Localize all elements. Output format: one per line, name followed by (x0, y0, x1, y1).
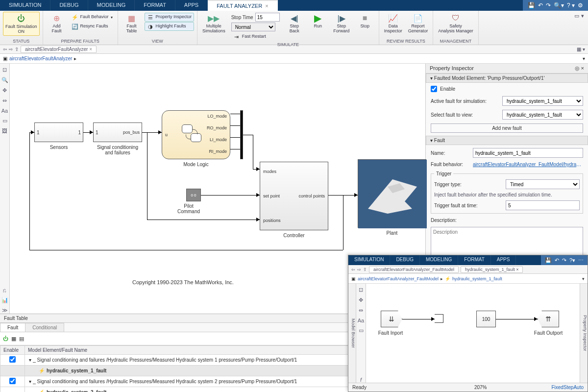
more-icon[interactable]: ≫ (2, 307, 8, 314)
ft-power-icon[interactable]: ⏻ (3, 336, 8, 342)
sub-save-icon[interactable]: 💾 (545, 257, 552, 264)
sub-crumb-dropdown-icon[interactable]: ▾ (582, 276, 585, 281)
run-button[interactable]: ▶Run (307, 12, 329, 30)
sub-property-inspector-strip[interactable]: Property Inspector (580, 284, 588, 383)
fault-model-subwindow[interactable]: SIMULATION DEBUG MODELING FORMAT APPS 💾↶… (348, 255, 588, 392)
ft-collapse-icon[interactable]: ▤ (19, 336, 24, 342)
sub-help-icon[interactable]: ?▾ (569, 257, 575, 264)
sub-zoom-icon[interactable]: ⊡ (359, 287, 363, 293)
image-icon[interactable]: 🖼 (2, 128, 7, 134)
signal-icon[interactable]: ⎌ (3, 287, 6, 293)
sub-fit-icon[interactable]: ⇔ (359, 307, 363, 314)
inspector-section-fault[interactable]: ▾ Fault (426, 136, 588, 145)
editor-tab[interactable]: aircraftElevatorFaultAnalyzer × (21, 46, 97, 53)
step-forward-button[interactable]: |▶Step Forward (331, 12, 352, 35)
select-fault-select[interactable]: hydraulic_system_1_fault (502, 110, 583, 120)
annotate-icon[interactable]: Aa (1, 108, 8, 114)
block-fault-inport[interactable]: ⇊ (381, 311, 402, 327)
description-textarea[interactable] (431, 227, 583, 256)
block-plant[interactable] (358, 159, 426, 228)
sub-tab-fault[interactable]: hydraulic_system_1_fault × (461, 266, 523, 273)
search-icon[interactable]: 🔍▾ (554, 2, 564, 9)
save-icon[interactable]: 💾 (528, 2, 535, 9)
fault-behavior-button[interactable]: ⚡Fault Behavior▾ (70, 13, 115, 22)
editor-menu-icon[interactable]: ▦ ▾ (577, 47, 585, 52)
fault-tab-fault[interactable]: Fault (0, 323, 25, 332)
block-sigcond[interactable]: 1pos_bus (93, 122, 142, 142)
add-new-fault-button[interactable]: Add new fault (431, 123, 583, 133)
resync-faults-button[interactable]: 🔄Resync Faults (70, 22, 115, 31)
sub-tab-simulation[interactable]: SIMULATION (348, 255, 390, 265)
redo-icon[interactable]: ↷ (546, 2, 551, 9)
nav-up-icon[interactable]: ⇧ (15, 47, 19, 52)
nav-back-icon[interactable]: ⇦ (3, 47, 7, 52)
block-modelogic[interactable]: u LO_mode RO_mode LI_mode RI_mode (162, 110, 230, 159)
step-back-button[interactable]: ◀|Step Back (284, 12, 305, 35)
area-icon[interactable]: ▭ (2, 118, 7, 124)
ft-expand-icon[interactable]: ▦ (11, 336, 16, 342)
gear-icon[interactable]: ⚙ (578, 2, 583, 9)
sim-mode-select[interactable]: Normal (231, 23, 275, 31)
sub-tab-debug[interactable]: DEBUG (390, 255, 420, 265)
row-enable-checkbox[interactable] (9, 378, 16, 384)
close-icon[interactable]: × (265, 3, 268, 9)
sub-pan-icon[interactable]: ✥ (359, 297, 363, 303)
sub-redo-icon[interactable]: ↷ (562, 257, 566, 264)
enable-checkbox[interactable] (431, 86, 437, 92)
sub-crumb-1[interactable]: aircraftElevatorFaultAnalyzer_FaultModel (358, 276, 439, 281)
sub-tab-format[interactable]: FORMAT (458, 255, 490, 265)
tab-debug[interactable]: DEBUG (50, 0, 88, 11)
fast-restart-button[interactable]: ⇥Fast Restart (231, 32, 280, 41)
property-inspector-button[interactable]: ☰Property Inspector (145, 13, 195, 22)
sub-canvas[interactable]: ⇊ Fault Inport 100 ⇈ Fault Outport (366, 284, 580, 383)
sub-tab-model[interactable]: aircraftElevatorFaultAnalyzer_FaultModel (369, 266, 459, 273)
sub-annotate-icon[interactable]: Aa (358, 318, 364, 323)
block-controller[interactable]: modes set point positions control points (260, 162, 328, 230)
trigger-time-input[interactable] (506, 200, 580, 210)
help-icon[interactable]: ? ▾ (567, 2, 575, 9)
sub-nav-fwd-icon[interactable]: ⇨ (357, 267, 361, 272)
sub-undo-icon[interactable]: ↶ (555, 257, 559, 264)
stop-time-input[interactable] (255, 13, 280, 22)
sub-tab-modeling[interactable]: MODELING (420, 255, 458, 265)
undo-icon[interactable]: ↶ (538, 2, 543, 9)
stop-button[interactable]: ■Stop (354, 12, 376, 30)
active-fault-select[interactable]: hydraulic_system_1_fault (502, 96, 583, 106)
block-terminator[interactable] (435, 314, 443, 323)
col-enable[interactable]: Enable (0, 346, 25, 355)
data-inspector-button[interactable]: 📈Data Inspector (382, 12, 404, 35)
inspector-section-element[interactable]: ▾ Faulted Model Element: 'Pump Pressure/… (426, 74, 588, 83)
close-icon[interactable]: × (89, 47, 92, 52)
status-zoom[interactable]: 207% (474, 385, 487, 390)
scope-icon[interactable]: 📊 (1, 297, 8, 303)
fault-behavior-link[interactable]: aircraftElevatorFaultAnalyzer_FaultModel… (473, 162, 583, 167)
fault-name-input[interactable] (473, 148, 583, 158)
sub-tab-apps[interactable]: APPS (491, 255, 516, 265)
fit-icon[interactable]: ⇔ (2, 98, 7, 104)
crumb-dropdown-icon[interactable]: ▾ (583, 56, 585, 61)
block-constant[interactable]: 100 (476, 311, 496, 327)
row-enable-checkbox[interactable] (9, 356, 16, 363)
block-fault-outport[interactable]: ⇈ (538, 311, 559, 327)
tab-apps[interactable]: APPS (175, 0, 208, 11)
nav-fwd-icon[interactable]: ⇨ (9, 47, 13, 52)
crumb-root[interactable]: aircraftElevatorFaultAnalyzer (9, 56, 72, 61)
highlight-faults-button[interactable]: ◑Highlight Faults (145, 22, 195, 31)
report-generator-button[interactable]: 📄Report Generator (406, 12, 430, 35)
sub-nav-up-icon[interactable]: ⇧ (363, 267, 367, 272)
tab-fault-analyzer[interactable]: FAULT ANALYZER× (208, 0, 277, 11)
block-sensors[interactable]: 11 (34, 122, 83, 142)
sub-fx-icon[interactable]: f (360, 377, 362, 383)
minimize-ribbon-icon[interactable]: ▭ (574, 13, 579, 19)
tab-format[interactable]: FORMAT (135, 0, 175, 11)
block-pilot[interactable]: 0 0 (186, 189, 201, 201)
zoom-fit-icon[interactable]: ⊡ (2, 67, 7, 73)
add-fault-button[interactable]: ⊕Add Fault (46, 12, 68, 35)
help-ribbon-icon[interactable]: ▾ (581, 13, 584, 19)
sub-crumb-2[interactable]: hydraulic_system_1_fault (452, 276, 502, 281)
tab-modeling[interactable]: MODELING (88, 0, 135, 11)
trigger-type-select[interactable]: Timed (506, 179, 580, 189)
fault-tab-conditional[interactable]: Conditional (25, 323, 64, 332)
multiple-simulations-button[interactable]: ▶▶Multiple Simulations (200, 12, 227, 35)
fault-table-button[interactable]: ▦Fault Table (121, 12, 143, 35)
